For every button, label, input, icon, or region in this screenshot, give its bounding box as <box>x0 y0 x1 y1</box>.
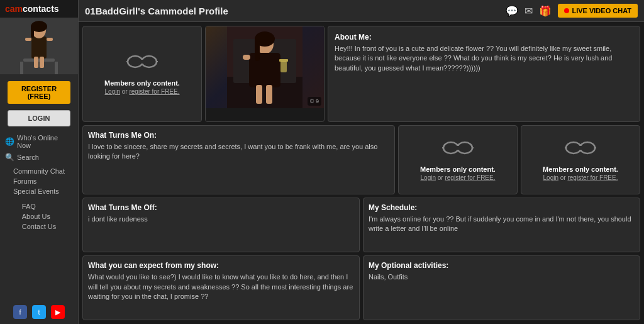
svg-rect-9 <box>34 57 38 68</box>
profile-photo: © 9 <box>206 26 324 108</box>
turns-on-card: What Turns Me On: I love to be sincere, … <box>82 125 395 195</box>
register-link-1[interactable]: register for FREE. <box>129 88 179 95</box>
svg-rect-25 <box>256 85 262 104</box>
svg-rect-31 <box>456 146 460 150</box>
svg-rect-6 <box>31 26 34 38</box>
register-link-2[interactable]: register for FREE. <box>445 174 495 181</box>
turns-on-title: What Turns Me On: <box>88 131 389 140</box>
about-us-link[interactable]: About Us <box>17 211 61 221</box>
login-link-3[interactable]: Login <box>543 174 558 181</box>
mask-icon-2 <box>442 138 474 162</box>
photo-attribution: © 9 <box>308 97 321 106</box>
page-title: 01BaddGirll's Cammodel Profile <box>85 6 228 16</box>
svg-rect-7 <box>25 38 31 41</box>
optional-card: My Optional activities: Nails, Outfits <box>363 255 640 320</box>
search-icon: 🔍 <box>5 153 14 162</box>
twitter-icon[interactable]: t <box>32 305 46 319</box>
turns-on-text: I love to be sincere, share my secrets a… <box>88 142 389 162</box>
schedule-text: I'm always online for you ?? But if sudd… <box>369 215 635 234</box>
mask-icon-3 <box>565 138 596 162</box>
turns-off-title: What Turns Me Off: <box>88 203 354 212</box>
community-chat-link[interactable]: Community Chat <box>8 166 70 176</box>
svg-rect-36 <box>579 146 582 150</box>
sidebar-avatar <box>0 18 78 74</box>
members-links-3: Login or register for FREE. <box>543 174 618 181</box>
sidebar-info-links: FAQ About Us Contact Us <box>17 201 61 232</box>
profile-row-4: What you can expect from my show: What w… <box>82 255 640 320</box>
contact-us-link[interactable]: Contact Us <box>17 221 61 232</box>
svg-rect-10 <box>40 57 44 68</box>
mask-svg-1 <box>126 52 158 71</box>
logo-white: contacts <box>23 4 59 14</box>
svg-rect-3 <box>31 36 47 59</box>
svg-rect-8 <box>47 38 53 41</box>
profile-row-3: What Turns Me Off: i dont like rudeness … <box>82 198 640 252</box>
svg-rect-28 <box>279 59 288 62</box>
turns-off-card: What Turns Me Off: i dont like rudeness <box>82 198 360 252</box>
special-events-link[interactable]: Special Events <box>8 186 70 196</box>
about-me-text: Hey!!! In front of you is a cute and del… <box>335 44 633 73</box>
members-only-text-2: Members only content. <box>420 165 496 173</box>
turns-off-text: i dont like rudeness <box>88 215 354 224</box>
members-card-2: Members only content. Login or register … <box>398 125 518 195</box>
svg-rect-21 <box>249 53 280 87</box>
show-card: What you can expect from my show: What w… <box>82 255 360 320</box>
message-icon[interactable]: 💬 <box>506 5 518 17</box>
globe-icon: 🌐 <box>5 137 14 146</box>
sidebar-community-links: Community Chat Forums Special Events <box>8 166 70 196</box>
svg-rect-0 <box>23 59 55 62</box>
show-title: What you can expect from my show: <box>88 261 354 270</box>
schedule-card: My Schedule: I'm always online for you ?… <box>363 198 640 252</box>
svg-rect-24 <box>243 55 250 60</box>
profile-row-1: Members only content. Login or register … <box>82 26 640 122</box>
mask-icon-1 <box>126 52 158 75</box>
members-card-3: Members only content. Login or register … <box>521 125 640 195</box>
svg-rect-23 <box>255 39 260 61</box>
search-link[interactable]: 🔍 Search <box>0 151 78 164</box>
svg-rect-27 <box>280 61 287 72</box>
about-me-title: About Me: <box>335 33 633 42</box>
show-text: What would you like to see?) I would lik… <box>88 272 354 301</box>
optional-title: My Optional activities: <box>369 261 635 270</box>
mask-svg-2 <box>442 138 474 157</box>
page-header: 01BaddGirll's Cammodel Profile 💬 ✉ 🎁 LIV… <box>79 0 644 22</box>
profile-row-2: What Turns Me On: I love to be sincere, … <box>82 125 640 195</box>
svg-rect-2 <box>55 62 58 74</box>
site-logo[interactable]: camcontacts <box>0 0 78 18</box>
faq-link[interactable]: FAQ <box>17 201 61 211</box>
mask-svg-3 <box>565 138 596 157</box>
optional-text: Nails, Outfits <box>369 272 635 282</box>
members-only-text-3: Members only content. <box>543 165 618 173</box>
sidebar: camcontacts REGISTER (FREE) LOGIN <box>0 0 79 324</box>
live-video-chat-button[interactable]: LIVE VIDEO CHAT <box>558 4 638 18</box>
members-only-text-1: Members only content. <box>104 79 180 87</box>
members-card-1: Members only content. Login or register … <box>82 26 202 122</box>
register-link-3[interactable]: register for FREE. <box>567 174 618 181</box>
profile-content: Members only content. Login or register … <box>79 22 644 324</box>
members-links-1: Login or register for FREE. <box>105 88 180 95</box>
login-button[interactable]: LOGIN <box>8 110 70 126</box>
sidebar-nav: 🌐 Who's Online Now 🔍 Search <box>0 132 78 164</box>
email-icon[interactable]: ✉ <box>525 5 533 17</box>
schedule-title: My Schedule: <box>369 203 635 212</box>
profile-photo-svg <box>227 26 303 108</box>
sidebar-social: f t ▶ <box>8 300 70 324</box>
gift-icon[interactable]: 🎁 <box>539 5 552 17</box>
header-icons: 💬 ✉ 🎁 LIVE VIDEO CHAT <box>506 4 638 18</box>
profile-photo-card: © 9 <box>205 26 325 122</box>
whos-online-link[interactable]: 🌐 Who's Online Now <box>0 132 78 151</box>
login-link-1[interactable]: Login <box>105 88 120 95</box>
logo-red: cam <box>5 4 23 14</box>
forums-link[interactable]: Forums <box>8 176 70 186</box>
svg-rect-26 <box>266 85 272 104</box>
members-links-2: Login or register for FREE. <box>421 174 496 181</box>
login-link-2[interactable]: Login <box>421 174 436 181</box>
youtube-icon[interactable]: ▶ <box>51 305 65 319</box>
main-content: 01BaddGirll's Cammodel Profile 💬 ✉ 🎁 LIV… <box>79 0 644 324</box>
avatar-illustration <box>14 18 64 74</box>
svg-rect-1 <box>20 62 23 74</box>
register-button[interactable]: REGISTER (FREE) <box>8 81 70 104</box>
facebook-icon[interactable]: f <box>13 305 27 319</box>
svg-rect-13 <box>140 60 144 64</box>
about-me-card: About Me: Hey!!! In front of you is a cu… <box>328 26 640 122</box>
